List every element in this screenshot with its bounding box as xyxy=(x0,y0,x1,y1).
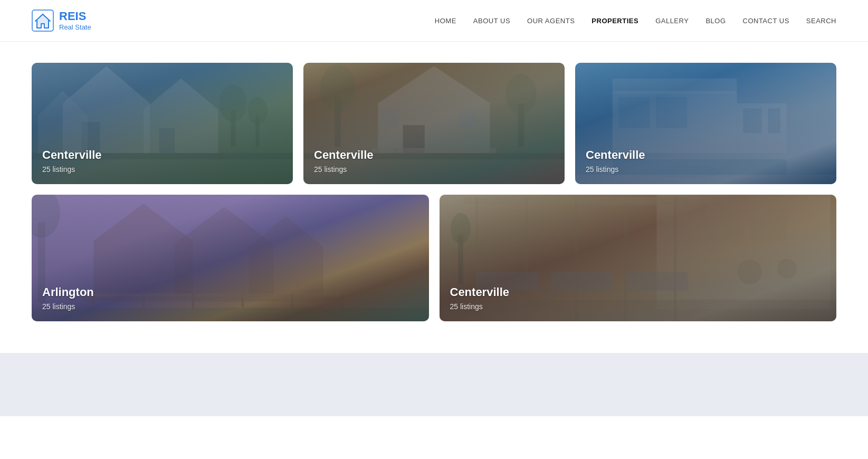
card-listings-1: 25 listings xyxy=(42,165,282,174)
card-title-1: Centerville xyxy=(42,148,282,162)
logo-text: REIS Real State xyxy=(59,10,91,31)
card-listings-3: 25 listings xyxy=(586,165,826,174)
nav-home[interactable]: HOME xyxy=(435,17,456,25)
main-content: Centerville 25 listings xyxy=(0,42,868,353)
card-listings-4: 25 listings xyxy=(42,302,418,311)
card-content-5: Centerville 25 listings xyxy=(440,276,837,321)
footer-area xyxy=(0,353,868,416)
house-logo-icon xyxy=(32,9,54,32)
card-content-2: Centerville 25 listings xyxy=(303,139,565,184)
nav-search[interactable]: SEARCH xyxy=(806,17,836,25)
card-content-1: Centerville 25 listings xyxy=(32,139,293,184)
property-card-4[interactable]: Arlington 25 listings xyxy=(32,195,429,321)
card-title-3: Centerville xyxy=(586,148,826,162)
main-nav: HOME ABOUT US OUR AGENTS PROPERTIES GALL… xyxy=(435,17,836,25)
nav-about[interactable]: ABOUT US xyxy=(473,17,510,25)
nav-agents[interactable]: OUR AGENTS xyxy=(527,17,575,25)
card-title-4: Arlington xyxy=(42,285,418,299)
nav-blog[interactable]: BLOG xyxy=(705,17,726,25)
logo[interactable]: REIS Real State xyxy=(32,9,91,32)
properties-top-row: Centerville 25 listings xyxy=(32,63,836,184)
card-listings-2: 25 listings xyxy=(314,165,554,174)
header: REIS Real State HOME ABOUT US OUR AGENTS… xyxy=(0,0,868,42)
properties-bottom-row: Arlington 25 listings xyxy=(32,195,836,321)
property-card-5[interactable]: Centerville 25 listings xyxy=(440,195,837,321)
card-title-2: Centerville xyxy=(314,148,554,162)
card-title-5: Centerville xyxy=(450,285,826,299)
property-card-3[interactable]: Centerville 25 listings xyxy=(575,63,836,184)
brand-sub: Real State xyxy=(59,23,91,31)
nav-contact[interactable]: CONTACT US xyxy=(743,17,789,25)
property-card-1[interactable]: Centerville 25 listings xyxy=(32,63,293,184)
card-content-4: Arlington 25 listings xyxy=(32,276,429,321)
brand-name: REIS xyxy=(59,10,91,23)
card-content-3: Centerville 25 listings xyxy=(575,139,836,184)
nav-gallery[interactable]: GALLERY xyxy=(655,17,689,25)
card-listings-5: 25 listings xyxy=(450,302,826,311)
property-card-2[interactable]: Centerville 25 listings xyxy=(303,63,565,184)
nav-properties[interactable]: PROPERTIES xyxy=(592,17,638,25)
